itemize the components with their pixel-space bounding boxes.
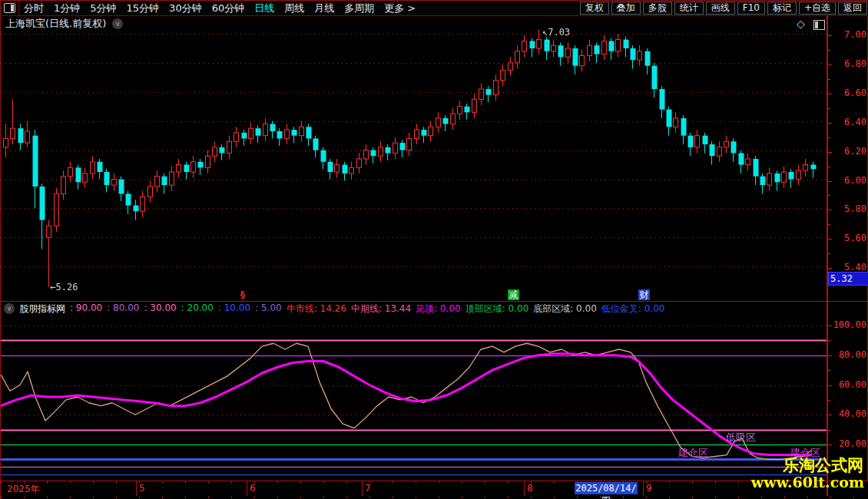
month-separator [362, 481, 363, 496]
axis-tick-mark [828, 210, 832, 210]
indicator-value-4: : 20.00 [181, 302, 214, 316]
event-marker-2: 财 [638, 289, 650, 300]
toolbar-button-4[interactable]: 画线 [706, 2, 735, 15]
price-annotation-1: ←5.26 [50, 282, 78, 292]
axis-minor-tick [828, 79, 830, 80]
month-separator [247, 481, 247, 496]
indicator-value-7: 牛市线: 14.26 [287, 302, 346, 316]
watermark-site-url: www.60lt.com [751, 474, 864, 491]
axis-tick-mark [828, 94, 832, 94]
toolbar-button-1[interactable]: 叠加 [611, 2, 641, 15]
axis-tick-label: 6.80 [844, 58, 866, 69]
axis-minor-tick [828, 224, 830, 225]
indicator-value-9: 见顶: 0.00 [416, 302, 461, 316]
menu-item-8[interactable]: 月线 [314, 2, 334, 15]
menu-item-6[interactable]: 日线 [254, 2, 274, 15]
indicator-value-11: 底部区域: 0.00 [533, 302, 597, 316]
event-marker-1: 减 [508, 289, 519, 300]
main-chart[interactable] [1, 22, 827, 301]
axis-tick-mark [828, 152, 832, 153]
date-label-5: 9 [646, 483, 652, 494]
toolbar-button-5[interactable]: F10 [737, 2, 765, 15]
current-price-tag: 5.32 [828, 272, 868, 286]
axis-minor-tick [828, 430, 830, 431]
toolbar-button-3[interactable]: 统计 [674, 2, 704, 15]
menu-item-9[interactable]: 多周期 [344, 2, 374, 15]
axis-tick-label: 20.00 [839, 438, 866, 449]
indicator-value-2: : 80.00 [107, 302, 139, 316]
axis-tick-mark [828, 35, 832, 36]
menu-item-2[interactable]: 5分钟 [90, 2, 116, 15]
month-separator [643, 481, 644, 496]
axis-tick-mark [828, 444, 832, 445]
menu-item-1[interactable]: 1分钟 [54, 2, 80, 15]
menu-item-4[interactable]: 30分钟 [169, 2, 202, 15]
toolbar-button-6[interactable]: 标记 [767, 2, 797, 15]
zone-label-1: 建仓区 [678, 446, 708, 460]
date-label-2: 6 [250, 483, 256, 494]
zone-label-0: 低吸区 [726, 431, 756, 444]
menu-divider [18, 2, 19, 15]
toolbar-button-0[interactable]: 复权 [580, 2, 609, 15]
menu-item-3[interactable]: 15分钟 [127, 2, 160, 15]
axis-tick-label: 100.00 [833, 319, 866, 330]
date-label-0: 2025年 [7, 483, 40, 496]
month-separator [524, 481, 525, 496]
indicator-value-0: 股朋指标网 [19, 302, 65, 316]
main-chart-canvas[interactable] [1, 22, 827, 301]
date-label-1: 5 [139, 483, 145, 494]
price-annotation-0: ↖7.03 [542, 27, 570, 38]
axis-tick-mark [828, 415, 832, 415]
axis-tick-mark [828, 355, 832, 356]
axis-tick-label: 5.60 [844, 233, 866, 243]
indicator-value-8: 中期线: 13.44 [351, 302, 411, 316]
event-marker-0: § [240, 289, 245, 300]
axis-tick-label: 6.40 [844, 117, 866, 127]
indicator-value-6: : 5.00 [255, 302, 282, 316]
axis-tick-mark [828, 181, 832, 182]
axis-tick-mark [828, 64, 832, 65]
watermark-site-name: 乐淘公式网 [783, 454, 863, 476]
axis-tick-label: 7.00 [844, 29, 866, 40]
date-label-4: 8 [527, 483, 533, 494]
menu-item-0[interactable]: 分时 [24, 2, 44, 15]
indicator-value-3: : 30.00 [144, 302, 176, 316]
axis-tick-label: 40.00 [839, 408, 866, 419]
axis-tick-mark [828, 239, 832, 240]
toolbar-button-7[interactable]: +自选 [799, 2, 836, 15]
axis-tick-mark [828, 326, 832, 326]
toolbar-button-2[interactable]: 多股 [643, 2, 672, 15]
axis-minor-tick [828, 253, 830, 254]
app-menu-icon[interactable] [4, 3, 15, 13]
axis-tick-mark [828, 268, 832, 269]
toolbar-button-8[interactable]: 返回 [838, 2, 867, 15]
axis-minor-tick [828, 340, 830, 341]
axis-tick-mark [828, 123, 832, 124]
date-axis: 2025年56789 [1, 481, 868, 496]
axis-minor-tick [828, 370, 830, 371]
month-separator [136, 481, 137, 496]
indicator-panel-header: ∨ 股朋指标网: 90.00: 80.00: 30.00: 20.00: 10.… [1, 302, 827, 316]
axis-minor-tick [828, 50, 830, 51]
indicator-value-10: 顶部区域: 0.00 [465, 302, 529, 316]
toolbar-menu: 复权叠加多股统计画线F10标记+自选返回 [578, 2, 867, 15]
menu-item-10[interactable]: 更多 > [384, 2, 416, 15]
bottom-tick-strip [1, 496, 868, 499]
indicator-collapse-icon[interactable]: ∨ [4, 303, 15, 314]
axis-tick-label: 6.00 [844, 175, 866, 186]
menu-item-7[interactable]: 周线 [284, 2, 304, 15]
indicator-value-5: : 10.00 [218, 302, 250, 316]
axis-tick-label: 80.00 [839, 349, 866, 360]
date-label-3: 7 [365, 483, 371, 494]
app-window: 分时1分钟5分钟15分钟30分钟60分钟日线周线月线多周期更多 > 复权叠加多股… [0, 0, 868, 499]
axis-minor-tick [828, 137, 830, 138]
indicator-value-12: 低位金叉: 0.00 [601, 302, 665, 316]
axis-minor-tick [828, 167, 830, 167]
axis-tick-label: 6.60 [844, 88, 866, 98]
top-menu-bar: 分时1分钟5分钟15分钟30分钟60分钟日线周线月线多周期更多 > 复权叠加多股… [1, 1, 868, 16]
cursor-date-tag: 2025/08/14/四 [575, 482, 638, 494]
axis-minor-tick [828, 108, 830, 109]
axis-tick-label: 60.00 [839, 379, 866, 390]
axis-minor-tick [828, 195, 830, 196]
menu-item-5[interactable]: 60分钟 [212, 2, 245, 15]
